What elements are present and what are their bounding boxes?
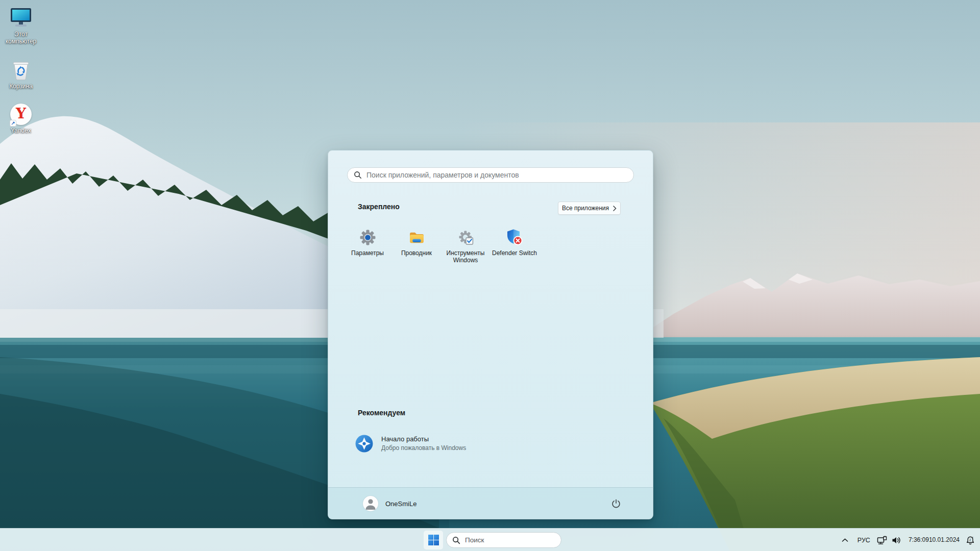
recommended-item-title: Начало работы [381,435,466,443]
shortcut-arrow-icon: ↗ [10,120,16,127]
notification-center-button[interactable]: z z [964,531,977,550]
start-menu-search-input[interactable] [366,171,627,179]
desktop-icon-label: Этот компьютер [1,31,41,45]
tray-date: 10.01.2024 [929,536,960,544]
recycle-bin-icon [9,59,33,81]
start-menu-search-box[interactable] [347,167,634,183]
pinned-app-windows-tools[interactable]: Инструменты Windows [441,224,490,271]
power-icon [611,498,621,509]
file-explorer-folder-icon [408,229,425,246]
windows-logo-icon [428,535,439,545]
desktop-icon-label: Yandex [11,128,31,135]
get-started-icon [355,434,374,453]
start-menu: Закреплено Все приложения [328,150,653,519]
network-button[interactable] [875,531,889,550]
all-apps-button[interactable]: Все приложения [558,202,621,215]
power-button[interactable] [606,493,626,514]
desktop: { "desktop": { "icons": [ { "label": "Эт… [0,0,980,551]
settings-gear-icon [359,229,376,246]
pinned-app-explorer[interactable]: Проводник [392,224,441,271]
taskbar-search-box[interactable] [446,532,561,548]
chevron-right-icon [613,206,617,211]
pinned-app-settings[interactable]: Параметры [343,224,392,271]
search-icon [354,171,362,179]
pinned-apps-grid: Параметры Проводник [343,224,637,271]
hidden-icons-button[interactable] [838,531,853,550]
desktop-icon-label: Корзина [9,83,33,90]
user-avatar-icon [363,496,378,511]
user-profile-button[interactable]: OneSmiLe [357,493,423,514]
windows-tools-gear-icon [457,229,474,246]
pinned-section-title: Закреплено [358,203,400,211]
chevron-up-icon [841,537,849,543]
tray-time: 7:36:09 [909,536,929,544]
language-indicator[interactable]: РУС [853,531,875,550]
search-icon [452,536,460,544]
pinned-app-defender-switch[interactable]: Defender Switch [490,224,539,271]
user-name: OneSmiLe [385,500,416,508]
start-button[interactable] [424,531,443,549]
recommended-item-get-started[interactable]: Начало работы Добро пожаловать в Windows [349,429,502,458]
desktop-icon-this-pc[interactable]: Этот компьютер [1,4,41,48]
notification-bell-icon: z z [965,535,975,545]
yandex-browser-icon: Y ↗ [9,103,33,126]
volume-button[interactable] [889,531,903,550]
start-menu-footer: OneSmiLe [328,487,653,519]
desktop-icon-list: Этот компьютер Корзина [1,4,41,145]
clock[interactable]: 7:36:09 10.01.2024 [903,531,964,550]
defender-shield-icon [506,229,523,246]
taskbar-search-input[interactable] [465,536,555,544]
svg-text:z: z [972,536,974,538]
desktop-icon-yandex[interactable]: Y ↗ Yandex [1,101,41,137]
taskbar: РУС 7:36:09 10.01.2024 [0,528,980,551]
ethernet-network-icon [877,535,887,545]
speaker-volume-icon [891,535,901,545]
recommended-item-subtitle: Добро пожаловать в Windows [381,444,466,452]
this-pc-icon [9,7,33,29]
recommended-section-title: Рекомендуем [358,409,405,417]
system-tray: РУС 7:36:09 10.01.2024 [838,529,977,551]
desktop-icon-recycle-bin[interactable]: Корзина [1,56,41,93]
svg-text:z: z [969,538,971,542]
